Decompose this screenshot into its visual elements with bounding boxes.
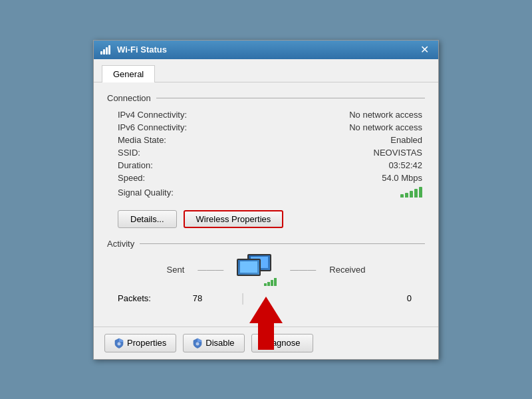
ssid-value: NEOVISTAS bbox=[250, 146, 425, 159]
signal-bar-4 bbox=[414, 189, 418, 198]
content-area: Connection IPv4 Connectivity: No network… bbox=[94, 82, 438, 327]
table-row: Signal Quality: bbox=[107, 184, 425, 201]
mini-bar-2 bbox=[267, 282, 270, 286]
ipv4-value: No network access bbox=[250, 108, 425, 121]
ipv4-label: IPv4 Connectivity: bbox=[107, 108, 250, 121]
table-row: Duration: 03:52:42 bbox=[107, 159, 425, 172]
signal-bar-3 bbox=[410, 191, 413, 198]
tabs-area: General bbox=[94, 59, 438, 82]
title-bar-left: Wi-Fi Status bbox=[100, 45, 167, 55]
shield-disable-icon bbox=[193, 338, 202, 348]
connection-section: Connection IPv4 Connectivity: No network… bbox=[107, 93, 425, 228]
svg-point-2 bbox=[196, 342, 200, 345]
table-row: IPv6 Connectivity: No network access bbox=[107, 121, 425, 134]
speed-value: 54.0 Mbps bbox=[250, 172, 425, 184]
properties-button[interactable]: Properties bbox=[104, 334, 176, 352]
activity-section: Activity Sent ——— bbox=[107, 239, 425, 305]
svg-point-1 bbox=[118, 342, 121, 345]
details-button[interactable]: Details... bbox=[118, 210, 177, 228]
screen-front bbox=[240, 261, 257, 273]
table-row: SSID: NEOVISTAS bbox=[107, 146, 425, 159]
wireless-properties-button[interactable]: Wireless Properties bbox=[184, 210, 284, 228]
signal-bar-1 bbox=[400, 194, 404, 198]
mini-bar-3 bbox=[271, 280, 273, 286]
wifi-title-icon bbox=[100, 45, 110, 55]
activity-header: Activity bbox=[107, 239, 425, 249]
duration-label: Duration: bbox=[107, 159, 250, 172]
speed-label: Speed: bbox=[107, 172, 250, 184]
close-button[interactable]: ✕ bbox=[418, 45, 432, 55]
buttons-container: Details... Wireless Properties bbox=[107, 210, 425, 228]
table-row: Speed: 54.0 Mbps bbox=[107, 172, 425, 184]
network-computers-icon bbox=[237, 254, 277, 286]
table-row: IPv4 Connectivity: No network access bbox=[107, 108, 425, 121]
sent-label: Sent bbox=[167, 265, 185, 275]
tab-general[interactable]: General bbox=[102, 65, 155, 82]
action-buttons-row: Details... Wireless Properties bbox=[107, 210, 425, 228]
disable-label: Disable bbox=[205, 338, 234, 348]
bottom-buttons-bar: Properties Disable Diagnose bbox=[94, 327, 438, 359]
signal-bar-2 bbox=[405, 193, 408, 198]
media-value: Enabled bbox=[250, 134, 425, 146]
title-bar: Wi-Fi Status ✕ bbox=[94, 41, 438, 59]
ipv6-label: IPv6 Connectivity: bbox=[107, 121, 250, 134]
mini-bar-4 bbox=[274, 278, 277, 286]
dash-left: ——— bbox=[198, 265, 223, 275]
wifi-status-window: Wi-Fi Status ✕ General Connection IPv4 C… bbox=[93, 40, 439, 360]
connection-table: IPv4 Connectivity: No network access IPv… bbox=[107, 108, 425, 201]
duration-value: 03:52:42 bbox=[250, 159, 425, 172]
received-label: Received bbox=[329, 265, 365, 275]
packets-label: Packets: bbox=[118, 293, 171, 303]
packets-sent-value: 78 bbox=[171, 293, 224, 303]
ipv6-value: No network access bbox=[250, 121, 425, 134]
disable-button[interactable]: Disable bbox=[183, 334, 244, 352]
packets-divider: | bbox=[224, 291, 261, 305]
diagnose-button[interactable]: Diagnose bbox=[251, 334, 313, 352]
properties-label: Properties bbox=[127, 338, 166, 348]
packets-row: Packets: 78 | 0 bbox=[107, 291, 425, 305]
ssid-label: SSID: bbox=[107, 146, 250, 159]
window-title: Wi-Fi Status bbox=[117, 45, 167, 55]
signal-bars bbox=[400, 186, 422, 198]
signal-label: Signal Quality: bbox=[107, 184, 250, 201]
signal-value bbox=[250, 184, 425, 201]
packets-received-value: 0 bbox=[261, 293, 425, 303]
monitor-front bbox=[237, 259, 261, 276]
connection-header: Connection bbox=[107, 93, 425, 103]
shield-icon bbox=[114, 338, 124, 348]
table-row: Media State: Enabled bbox=[107, 134, 425, 146]
dash-right: ——— bbox=[290, 265, 316, 275]
mini-signal-bars bbox=[264, 278, 277, 286]
signal-bar-5 bbox=[419, 187, 422, 198]
media-label: Media State: bbox=[107, 134, 250, 146]
mini-bar-1 bbox=[264, 283, 267, 286]
activity-icons-row: Sent ——— bbox=[107, 254, 425, 286]
